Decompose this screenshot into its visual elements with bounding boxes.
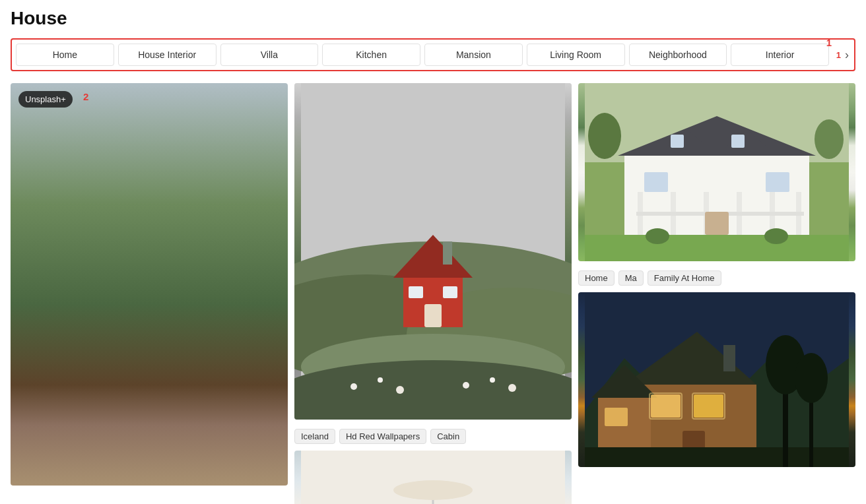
svg-rect-52	[723, 345, 735, 371]
svg-rect-42	[766, 172, 789, 192]
svg-point-11	[294, 360, 572, 420]
page-title: House	[11, 8, 855, 29]
patio-image	[294, 451, 572, 504]
red-house-tags: Iceland Hd Red Wallpapers Cabin	[294, 429, 572, 444]
page-number: 1	[832, 50, 841, 60]
svg-rect-41	[644, 172, 668, 192]
svg-point-26	[815, 119, 844, 159]
image-card-patio[interactable]	[294, 451, 572, 504]
night-house-image	[578, 292, 855, 467]
annotation-2: 2	[83, 91, 88, 102]
tab-house-interior[interactable]: House Interior	[118, 44, 216, 66]
tag-family-at-home[interactable]: Family At Home	[648, 270, 721, 286]
svg-point-45	[764, 228, 788, 244]
tabs-wrapper: Home House Interior Villa Kitchen Mansio…	[11, 38, 855, 71]
tab-interior[interactable]: Interior	[731, 44, 829, 66]
gallery-col-3: Home Ma Family At Home	[578, 83, 855, 467]
image-card-mansion[interactable]	[578, 83, 855, 261]
svg-rect-40	[705, 212, 729, 235]
tag-home[interactable]: Home	[578, 270, 615, 286]
tab-villa[interactable]: Villa	[220, 44, 319, 66]
svg-point-44	[646, 228, 669, 244]
svg-rect-31	[671, 135, 684, 148]
image-card-night-house[interactable]	[578, 292, 855, 467]
tab-neighborhood[interactable]: Neighborhood	[629, 44, 727, 66]
gallery-col-1: Unsplash+ 2	[11, 83, 288, 486]
mansion-image	[578, 83, 855, 261]
svg-rect-8	[409, 286, 423, 298]
image-card-red-house[interactable]	[294, 83, 572, 420]
svg-point-12	[350, 383, 357, 390]
annotation-1: 1	[826, 37, 832, 48]
svg-point-14	[396, 386, 404, 394]
tag-hd-red[interactable]: Hd Red Wallpapers	[339, 429, 426, 444]
svg-point-25	[588, 113, 621, 159]
svg-point-63	[795, 353, 828, 403]
svg-point-15	[463, 382, 469, 389]
tabs-container: Home House Interior Villa Kitchen Mansio…	[11, 38, 855, 71]
image-card-forest[interactable]: Unsplash+ 2	[11, 83, 288, 486]
svg-rect-53	[651, 394, 681, 418]
red-house-image	[294, 83, 572, 420]
svg-rect-10	[443, 241, 452, 265]
mansion-tags: Home Ma Family At Home	[578, 270, 855, 286]
svg-point-21	[393, 480, 473, 500]
svg-rect-43	[585, 235, 849, 261]
svg-point-16	[490, 377, 495, 383]
tab-mansion[interactable]: Mansion	[424, 44, 523, 66]
tag-iceland[interactable]: Iceland	[294, 429, 335, 444]
tab-kitchen[interactable]: Kitchen	[322, 44, 420, 66]
gallery-col-2: Iceland Hd Red Wallpapers Cabin	[294, 83, 572, 504]
svg-rect-32	[731, 135, 745, 148]
tag-ma[interactable]: Ma	[618, 270, 644, 286]
svg-rect-7	[424, 304, 442, 327]
gallery-grid: Unsplash+ 2	[11, 83, 855, 504]
svg-rect-54	[694, 394, 723, 418]
tag-cabin[interactable]: Cabin	[430, 429, 466, 444]
tab-home[interactable]: Home	[16, 44, 114, 66]
svg-rect-9	[443, 286, 457, 298]
chevron-right-icon[interactable]: ›	[842, 48, 851, 62]
forest-house-image	[11, 83, 288, 486]
svg-point-17	[508, 384, 516, 392]
tab-living-room[interactable]: Living Room	[527, 44, 625, 66]
svg-point-13	[378, 377, 383, 383]
svg-rect-55	[605, 408, 628, 426]
unsplash-badge[interactable]: Unsplash+	[18, 91, 73, 108]
